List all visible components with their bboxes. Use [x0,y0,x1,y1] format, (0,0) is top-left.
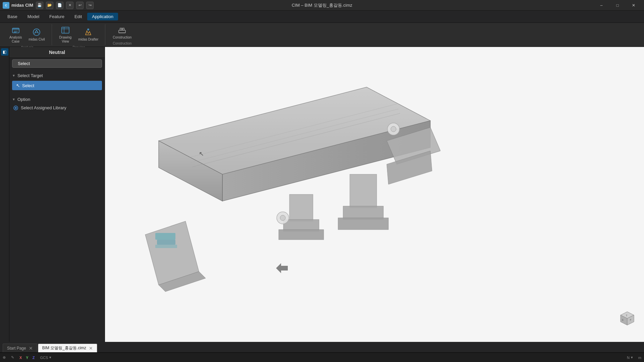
viewport-canvas: ↖ T S F [105,47,644,342]
open-btn[interactable]: 📂 [46,2,53,9]
drawing-view-button[interactable]: DrawingView [57,24,74,45]
gcs-label: GCS [40,356,48,360]
toolbar-group-analysis: AnalysisCase midas Civil Analysis [3,24,52,45]
gcs-display: GCS ▾ [40,355,51,360]
toolbar-group-construction: Construction Construction [106,24,138,45]
construction-buttons: Construction [110,24,134,41]
svg-text:F: F [630,319,631,321]
svg-rect-27 [279,230,324,240]
svg-point-38 [391,126,396,132]
svg-text:T: T [626,314,628,317]
app-name: midas CIM [11,3,33,8]
option-header[interactable]: ▼ Option [12,96,102,103]
drawing-buttons: DrawingView midas Drafter [57,24,101,45]
drawing-view-icon [61,25,70,35]
svg-point-9 [87,28,89,31]
unit-label: m [638,356,641,360]
toolbar-group-drawing: DrawingView midas Drafter Drawing [53,24,106,45]
orientation-cube: T S F [617,308,637,328]
svg-rect-11 [120,28,122,30]
radio-select-library[interactable] [13,106,18,110]
pencil-icon: ✎ [11,355,14,360]
toolbar: AnalysisCase midas Civil Analysis [0,23,644,47]
snap-icon-item[interactable]: ⊕ [3,355,6,360]
svg-rect-25 [289,194,313,221]
chevron-option-icon: ▼ [12,98,15,101]
option-radio-row: Select Assigned Library [12,103,102,112]
midas-drafter-label: midas Drafter [78,38,98,42]
select-btn-label: Select [22,83,34,88]
select-target-header[interactable]: ▼ Select Target [12,72,102,79]
redo-btn[interactable]: ↪ [86,2,94,9]
tabbar: Start Page ✕ BIM 모델링_홍갈동.cimz ✕ [0,342,644,353]
tab-bim-label: BIM 모델링_홍갈동.cimz [42,345,86,351]
exit-btn[interactable]: ✕ [66,2,73,9]
svg-rect-6 [62,27,69,33]
strip-icon-panel[interactable]: ◧ [1,48,8,56]
svg-rect-24 [338,218,388,230]
tab-start-close-icon[interactable]: ✕ [29,346,33,351]
construction-button[interactable]: Construction [110,24,134,41]
minimize-button[interactable]: – [594,0,609,11]
svg-rect-10 [119,30,125,33]
analysis-case-button[interactable]: AnalysisCase [7,24,24,45]
menu-application[interactable]: Application [87,13,118,20]
menu-base[interactable]: Base [3,13,22,20]
svg-text:↖: ↖ [199,150,204,157]
tab-bim-model[interactable]: BIM 모델링_홍갈동.cimz ✕ [38,344,97,352]
save-btn[interactable]: 💾 [36,2,43,9]
svg-point-36 [280,215,285,221]
panel-title: Neutral [9,47,105,58]
x-label: X [19,356,22,360]
y-label: Y [26,356,28,360]
viewport[interactable]: ↖ T S F [105,47,644,342]
chevron-down-icon: ▼ [12,74,15,77]
unit-item: m [638,356,641,360]
select-tab-bar: Select [9,58,105,70]
undo-btn[interactable]: ↩ [76,2,84,9]
svg-rect-31 [157,240,175,245]
option-radio-label: Select Assigned Library [21,105,66,110]
midas-civil-button[interactable]: midas Civil [26,26,47,43]
svg-rect-1 [12,28,19,30]
close-button[interactable]: ✕ [626,0,641,11]
select-target-section: ▼ Select Target ↖ Select [9,70,105,94]
drawing-view-label: DrawingView [59,36,72,44]
svg-rect-32 [155,245,177,248]
logo-icon: C [3,2,9,9]
y-coord: Y [26,356,28,360]
select-target-label: Select Target [17,73,43,78]
menu-edit[interactable]: Edit [70,13,87,20]
maximize-button[interactable]: □ [610,0,625,11]
tab-start-page[interactable]: Start Page ✕ [3,344,37,352]
titlebar-right: – □ ✕ [594,0,641,11]
option-section: ▼ Option Select Assigned Library [9,94,105,114]
pencil-icon-item[interactable]: ✎ [11,355,14,360]
window-title: CIM – BIM 모델링_홍갈동.cimz [292,2,353,8]
midas-drafter-button[interactable]: midas Drafter [75,26,101,43]
statusbar: ⊕ ✎ X Y Z GCS ▾ N ▾ m [0,353,644,362]
titlebar-left: C midas CIM 💾 📂 📄 ✕ ↩ ↪ [3,2,94,9]
midas-drafter-icon [84,27,93,37]
tab-bim-close-icon[interactable]: ✕ [89,346,93,351]
svg-marker-39 [276,263,288,273]
main-layout: ◧ Neutral Select ▼ Select Target ↖ Selec… [0,47,644,342]
menu-feature[interactable]: Feature [45,13,69,20]
n-arrow: ▾ [631,355,633,360]
svg-rect-30 [155,233,175,240]
coordinate-display: X Y Z [19,356,35,360]
menu-model[interactable]: Model [23,13,44,20]
select-tab[interactable]: Select [12,59,102,68]
left-panel: Neutral Select ▼ Select Target ↖ Select … [9,47,105,342]
midas-civil-icon [32,27,41,37]
bridge-model: ↖ [139,80,440,295]
saveas-btn[interactable]: 📄 [56,2,63,9]
option-label: Option [17,97,30,102]
tab-start-label: Start Page [7,346,26,351]
select-button[interactable]: ↖ Select [12,81,102,90]
construction-icon [117,25,127,35]
icon-strip: ◧ [0,47,9,342]
titlebar: C midas CIM 💾 📂 📄 ✕ ↩ ↪ CIM – BIM 모델링_홍갈… [0,0,644,11]
svg-rect-23 [343,206,383,220]
analysis-case-label: AnalysisCase [9,36,22,44]
